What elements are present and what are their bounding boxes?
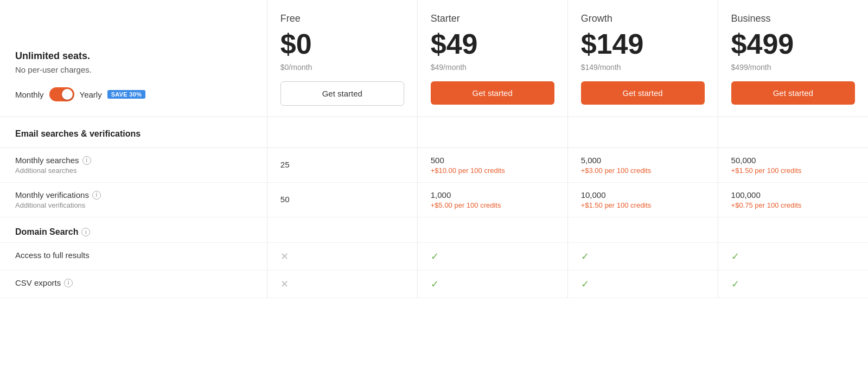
monthly-searches-starter-sub: +$10.00 per 100 credits [431,166,554,175]
get-started-starter[interactable]: Get started [431,81,554,105]
access-full-growth-val: ✓ [567,243,718,271]
monthly-searches-business-val: 50,000 +$1.50 per 100 credits [718,148,868,183]
section-domain-label-cell: Domain Search i [0,217,267,243]
domain-search-title-row: Domain Search i [15,227,252,237]
toggle-thumb [62,89,73,100]
csv-exports-growth-val: ✓ [567,271,718,298]
plan-price-sub-starter: $49/month [431,63,554,72]
monthly-verifications-business-val: 100,000 +$0.75 per 100 credits [718,183,868,217]
monthly-verifications-free-main: 50 [280,195,404,204]
monthly-searches-info-icon: i [82,156,91,165]
monthly-verifications-text: Monthly verifications [15,190,89,200]
header-row: Unlimited seats. No per-user charges. Mo… [0,0,868,117]
monthly-verifications-growth-val: 10,000 +$1.50 per 100 credits [567,183,718,217]
get-started-free[interactable]: Get started [280,81,404,106]
section-email-title: Email searches & verifications [15,129,141,138]
unlimited-seats-text: Unlimited seats. [15,50,252,62]
get-started-business[interactable]: Get started [731,81,855,105]
monthly-searches-business-sub: +$1.50 per 100 credits [731,166,855,175]
csv-exports-text: CSV exports [15,278,61,287]
check-icon-access-growth: ✓ [581,251,589,262]
get-started-growth[interactable]: Get started [581,81,705,105]
section-domain-free [267,217,417,243]
monthly-searches-text: Monthly searches [15,156,79,165]
monthly-searches-business-main: 50,000 [731,156,855,165]
monthly-searches-starter-main: 500 [431,156,554,165]
section-email-business [718,117,868,148]
feature-access-full-results-row: Access to full results ✕ ✓ ✓ ✓ [0,243,868,271]
section-email-growth [567,117,718,148]
section-domain-starter [417,217,567,243]
plan-price-free: $0 [280,29,404,60]
csv-exports-name: CSV exports i [15,278,252,287]
monthly-verifications-growth-sub: +$1.50 per 100 credits [581,201,705,209]
plan-col-starter: Starter $49 $49/month Get started [417,0,567,117]
monthly-label: Monthly [15,90,44,99]
feature-csv-exports-row: CSV exports i ✕ ✓ ✓ ✓ [0,271,868,298]
check-icon-access-starter: ✓ [431,251,439,262]
save-badge: SAVE 30% [107,90,146,99]
monthly-verifications-name: Monthly verifications i [15,190,252,200]
yearly-label: Yearly [80,90,102,99]
monthly-verifications-additional-label: Additional verifications [15,201,252,209]
plan-col-growth: Growth $149 $149/month Get started [567,0,718,117]
monthly-verifications-free-val: 50 [267,183,417,217]
section-domain-row: Domain Search i [0,217,868,243]
feature-access-label: Access to full results [0,243,267,271]
monthly-searches-growth-sub: +$3.00 per 100 credits [581,166,705,175]
monthly-searches-free-main: 25 [280,160,404,169]
plan-col-free: Free $0 $0/month Get started [267,0,417,117]
domain-search-info-icon: i [81,228,90,236]
csv-exports-info-icon: i [64,279,73,287]
access-full-results-name: Access to full results [15,250,252,260]
monthly-verifications-starter-main: 1,000 [431,190,554,200]
plan-price-sub-growth: $149/month [581,63,705,72]
check-icon-csv-business: ✓ [731,279,739,290]
access-full-results-text: Access to full results [15,250,90,260]
check-icon-access-business: ✓ [731,251,739,262]
section-domain-title: Domain Search [15,227,78,237]
monthly-verifications-business-main: 100,000 [731,190,855,200]
feature-monthly-verifications-row: Monthly verifications i Additional verif… [0,183,868,217]
csv-exports-business-val: ✓ [718,271,868,298]
access-full-starter-val: ✓ [417,243,567,271]
billing-toggle[interactable] [49,87,74,101]
monthly-verifications-starter-val: 1,000 +$5.00 per 100 credits [417,183,567,217]
access-full-business-val: ✓ [718,243,868,271]
plan-price-sub-business: $499/month [731,63,855,72]
feature-monthly-searches-label: Monthly searches i Additional searches [0,148,267,183]
toggle-track [49,87,74,101]
section-email-label-cell: Email searches & verifications [0,117,267,148]
monthly-verifications-business-sub: +$0.75 per 100 credits [731,201,855,209]
section-email-starter [417,117,567,148]
access-full-free-val: ✕ [267,243,417,271]
monthly-verifications-growth-main: 10,000 [581,190,705,200]
section-domain-growth [567,217,718,243]
monthly-searches-starter-val: 500 +$10.00 per 100 credits [417,148,567,183]
plan-price-starter: $49 [431,29,554,60]
plan-price-sub-free: $0/month [280,63,404,72]
monthly-searches-growth-val: 5,000 +$3.00 per 100 credits [567,148,718,183]
monthly-verifications-starter-sub: +$5.00 per 100 credits [431,201,554,209]
monthly-searches-free-val: 25 [267,148,417,183]
pricing-table: Unlimited seats. No per-user charges. Mo… [0,0,868,298]
monthly-searches-additional-label: Additional searches [15,166,252,175]
cross-icon-access-free: ✕ [280,251,289,262]
plan-price-business: $499 [731,29,855,60]
plan-col-business: Business $499 $499/month Get started [718,0,868,117]
billing-toggle-row: Monthly Yearly SAVE 30% [15,87,252,101]
no-peruser-text: No per-user charges. [15,65,252,74]
plan-name-free: Free [280,13,404,24]
plan-name-growth: Growth [581,13,705,24]
plan-name-business: Business [731,13,855,24]
section-domain-business [718,217,868,243]
csv-exports-free-val: ✕ [267,271,417,298]
monthly-searches-name: Monthly searches i [15,156,252,165]
check-icon-csv-growth: ✓ [581,279,589,290]
monthly-searches-growth-main: 5,000 [581,156,705,165]
monthly-verifications-info-icon: i [92,191,101,200]
header-feature-col: Unlimited seats. No per-user charges. Mo… [0,0,267,117]
section-email-row: Email searches & verifications [0,117,868,148]
check-icon-csv-starter: ✓ [431,279,439,290]
plan-name-starter: Starter [431,13,554,24]
